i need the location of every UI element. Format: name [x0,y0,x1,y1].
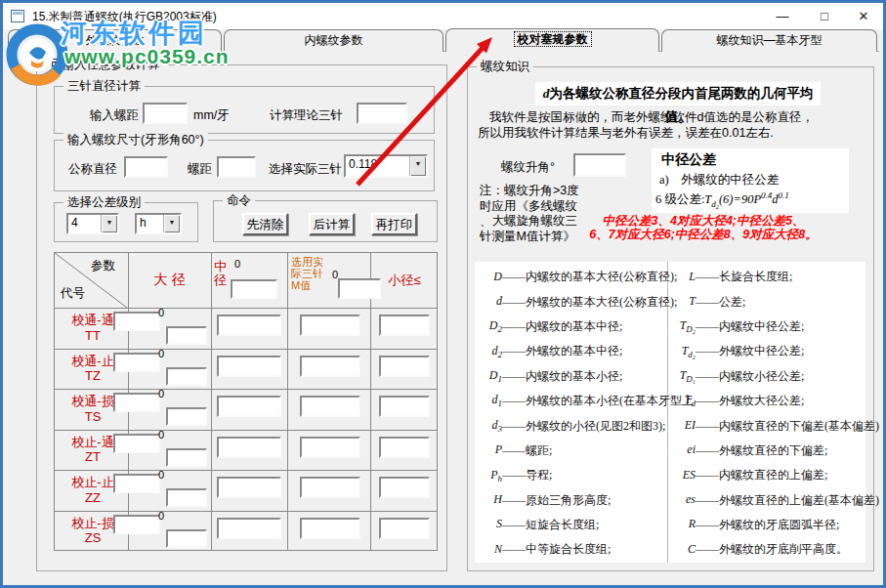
table-row: 校通-损 TS 0 [55,390,437,431]
row-input-major-a[interactable] [113,515,160,534]
definitions-box: D ——内螺纹的基本大径(公称直径); d ——外螺纹的基本大径(公称直径); … [475,262,865,563]
print-button[interactable]: 再打印 [371,213,417,235]
definition-item: D ——内螺纹的基本大径(公称直径); [477,265,666,289]
tolerance-mapping-note: 中径公差3、4对应大径4;中径公差5、 6、7对应大径6;中径公差8、9对应大径… [532,215,874,241]
tolerance-formula-box: 中径公差 a) 外螺纹的中径公差 6 级公差:Td₂(6)=90P0.4d0.1 [652,148,849,213]
gauge-table: 参数 代号 大 径 中径 0 选用实际三针M值 0 小径≤ 校通-通 TT 0 [54,252,438,551]
row-input-middle[interactable] [217,396,281,417]
row-input-middle[interactable] [217,356,281,377]
row-input-minor[interactable] [379,356,430,377]
row-input-m-value[interactable] [300,518,360,539]
row-input-middle[interactable] [217,437,281,458]
definition-item: C ——外螺纹的牙底削平高度。 [670,537,864,562]
standard-note-paragraph: 我软件是按国标做的，而老外螺纹软件d值选的是公称直径， 所以用我软件计算结果与老… [478,110,865,141]
calculate-button[interactable]: 后计算 [309,213,355,235]
intro-formula-text: d为各螺纹公称直径分段内首尾两数的几何平均值。 [535,82,821,105]
row-input-middle[interactable] [217,477,281,498]
definition-item: d2 ——外螺纹的基本中径; [477,339,666,363]
pitch2-label: 螺距 [188,161,212,178]
col-needle-m-value: 选用实际三针M值 [291,256,327,291]
definition-item: Td₂ ——外螺纹中径公差; [670,339,864,363]
row-input-major-a[interactable] [113,312,160,331]
maximize-button[interactable]: □ [808,3,841,29]
minimize-button[interactable]: — [766,3,799,29]
definition-item: ES ——内螺纹直径的上偏差; [670,463,864,487]
row-input-major-b[interactable] [166,367,207,386]
definition-item: L ——长旋合长度组; [670,265,864,289]
definition-item: T ——公差; [670,289,864,314]
tab-internal-thread[interactable]: 内螺纹参数 [224,29,443,52]
clear-button[interactable]: 先清除 [242,213,288,235]
pitch-unit-label: mm/牙 [193,107,230,124]
row-input-major-b[interactable] [166,488,207,507]
row-input-middle[interactable] [217,315,281,336]
row-input-m-value[interactable] [300,396,360,417]
m-value-header-input[interactable] [338,278,381,299]
middle-dia-header-input[interactable] [231,279,277,299]
tolerance-box-title: 中径公差 [661,151,716,169]
row-input-middle[interactable] [217,518,281,539]
row-input-major-b[interactable] [166,407,207,426]
close-button[interactable]: ✕ [847,3,880,29]
definition-item: es ——外螺纹直径的上偏差(基本偏差) [670,488,864,513]
corner-param-label: 参数 [91,258,115,274]
row-input-minor[interactable] [379,396,430,417]
tab-plug-gauge[interactable]: 校对塞规参数 [445,28,659,52]
row-input-m-value[interactable] [300,315,360,336]
definition-item: d1 ——外螺纹的基本小径(在基本牙型上 [477,389,666,413]
table-row: 校止-止 ZZ 0 [55,471,437,512]
row-input-minor[interactable] [379,437,430,458]
theory-needle-input[interactable] [357,103,407,124]
knowledge-group-title: 螺纹知识 [477,59,533,75]
actual-needle-combo[interactable]: 0.118 [344,154,428,178]
table-header: 参数 代号 大 径 中径 0 选用实际三针M值 0 小径≤ [55,253,437,309]
dropdown-arrow-icon[interactable] [409,156,426,176]
table-row: 校止-通 ZT 0 [55,431,437,472]
row-input-minor[interactable] [379,315,430,336]
position-combo[interactable]: h [135,213,182,234]
table-row: 校通-止 TZ 0 [55,350,437,391]
col-middle-diameter: 中径 [214,260,229,287]
definition-item: Ph ——导程; [477,463,666,487]
definition-item: TD₂ ——内螺纹中径公差; [670,315,864,339]
row-input-major-a[interactable] [113,434,160,453]
nominal-diameter-label: 公称直径 [68,161,117,178]
definition-item: D2 ——内螺纹的基本中径; [477,315,666,339]
window-title: 15.米制普通螺纹(执行GB2003标准) [32,9,217,25]
definition-item: S ——短旋合长度组; [477,513,666,537]
row-input-major-b[interactable] [166,529,207,548]
row-input-major-a[interactable] [113,393,160,412]
definitions-left-column: D ——内螺纹的基本大径(公称直径); d ——外螺纹的基本大径(公称直径); … [477,265,666,563]
dropdown-arrow-icon[interactable] [101,215,117,232]
nominal-diameter-input[interactable] [124,156,168,178]
grade-combo[interactable]: 4 [66,213,119,234]
row-input-major-b[interactable] [166,326,207,345]
definition-item: d ——外螺纹的基本大径(公称直径); [477,289,666,314]
pitch2-input[interactable] [217,156,256,178]
helix-angle-label: 螺纹升角° [501,159,555,176]
pitch-input[interactable] [143,103,188,124]
row-input-m-value[interactable] [300,477,360,498]
tolerance-formula: 6 级公差:Td₂(6)=90P0.4d0.1 [655,190,789,209]
tab-external-thread[interactable]: 外螺纹参数 [8,29,222,52]
definition-item: P ——螺距; [477,439,666,463]
row-input-major-b[interactable] [166,448,207,467]
app-icon [11,10,24,22]
definition-item: R ——外螺纹的牙底圆弧半径; [670,513,864,537]
row-input-minor[interactable] [379,518,430,539]
definition-item: EI ——内螺纹直径的下偏差(基本偏差) [670,413,864,438]
row-input-major-a[interactable] [113,474,160,493]
tab-thread-knowledge[interactable]: 螺纹知识—基本牙型 [661,29,877,52]
definition-item: Td ——外螺纹大径公差; [670,389,864,413]
dropdown-arrow-icon[interactable] [163,215,180,232]
pitch-input-label: 输入螺距 [90,107,139,124]
row-input-m-value[interactable] [300,437,360,458]
row-input-major-a[interactable] [113,353,160,372]
table-row: 校通-通 TT 0 [55,309,437,350]
row-input-minor[interactable] [379,477,430,498]
definition-item: D1 ——内螺纹的基本小径; [477,364,666,389]
table-row: 校止-损 ZS 0 [55,512,437,553]
helix-angle-input[interactable] [573,153,626,177]
row-input-m-value[interactable] [300,356,360,377]
corner-code-label: 代号 [61,285,85,302]
